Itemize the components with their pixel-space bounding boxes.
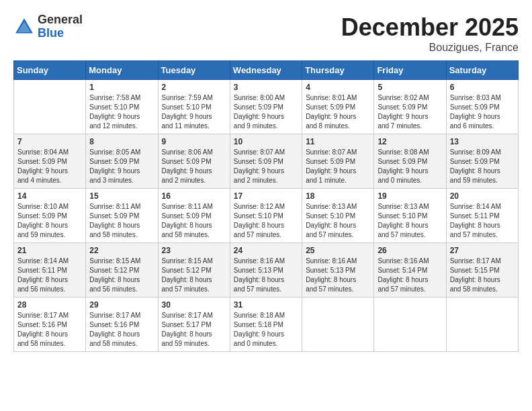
day-number: 30 [162,300,226,310]
header-cell-friday: Friday [374,61,446,80]
day-number: 5 [378,83,442,92]
day-cell: 12Sunrise: 8:08 AM Sunset: 5:09 PM Dayli… [374,134,446,189]
day-cell: 21Sunrise: 8:14 AM Sunset: 5:11 PM Dayli… [14,243,86,298]
day-info: Sunrise: 8:17 AM Sunset: 5:17 PM Dayligh… [162,311,226,349]
day-number: 11 [306,137,370,146]
day-cell: 17Sunrise: 8:12 AM Sunset: 5:10 PM Dayli… [230,189,302,243]
day-number: 21 [17,246,82,255]
day-cell: 22Sunrise: 8:15 AM Sunset: 5:12 PM Dayli… [86,243,158,298]
day-cell: 13Sunrise: 8:09 AM Sunset: 5:09 PM Dayli… [446,134,518,189]
day-number: 1 [89,83,154,92]
day-number: 8 [89,137,154,146]
day-info: Sunrise: 8:05 AM Sunset: 5:09 PM Dayligh… [89,148,154,185]
day-cell: 15Sunrise: 8:11 AM Sunset: 5:09 PM Dayli… [86,189,158,243]
day-cell: 10Sunrise: 8:07 AM Sunset: 5:09 PM Dayli… [230,134,302,189]
day-info: Sunrise: 8:01 AM Sunset: 5:09 PM Dayligh… [306,93,370,131]
day-number: 27 [450,246,515,255]
day-info: Sunrise: 8:16 AM Sunset: 5:13 PM Dayligh… [234,257,298,294]
day-info: Sunrise: 8:10 AM Sunset: 5:09 PM Dayligh… [17,202,82,240]
day-cell: 2Sunrise: 7:59 AM Sunset: 5:10 PM Daylig… [158,80,230,134]
day-cell: 18Sunrise: 8:13 AM Sunset: 5:10 PM Dayli… [302,189,374,243]
day-cell: 14Sunrise: 8:10 AM Sunset: 5:09 PM Dayli… [14,189,86,243]
day-cell: 7Sunrise: 8:04 AM Sunset: 5:09 PM Daylig… [14,134,86,189]
day-info: Sunrise: 8:00 AM Sunset: 5:09 PM Dayligh… [234,93,298,131]
day-info: Sunrise: 8:14 AM Sunset: 5:11 PM Dayligh… [450,202,515,240]
week-row-3: 14Sunrise: 8:10 AM Sunset: 5:09 PM Dayli… [14,189,519,243]
header-cell-tuesday: Tuesday [158,61,230,80]
day-info: Sunrise: 8:07 AM Sunset: 5:09 PM Dayligh… [306,148,370,185]
day-cell: 28Sunrise: 8:17 AM Sunset: 5:16 PM Dayli… [14,298,86,352]
logo-general: General [38,13,83,27]
day-info: Sunrise: 8:04 AM Sunset: 5:09 PM Dayligh… [17,148,82,185]
day-number: 17 [234,191,298,201]
header-row: SundayMondayTuesdayWednesdayThursdayFrid… [14,61,519,80]
day-cell: 20Sunrise: 8:14 AM Sunset: 5:11 PM Dayli… [446,189,518,243]
day-number: 4 [306,83,370,92]
header-cell-wednesday: Wednesday [230,61,302,80]
day-info: Sunrise: 8:12 AM Sunset: 5:10 PM Dayligh… [234,202,298,240]
header-cell-monday: Monday [86,61,158,80]
day-cell: 5Sunrise: 8:02 AM Sunset: 5:09 PM Daylig… [374,80,446,134]
day-cell: 25Sunrise: 8:16 AM Sunset: 5:13 PM Dayli… [302,243,374,298]
day-number: 12 [378,137,442,146]
day-cell: 29Sunrise: 8:17 AM Sunset: 5:16 PM Dayli… [86,298,158,352]
day-cell: 30Sunrise: 8:17 AM Sunset: 5:17 PM Dayli… [158,298,230,352]
day-info: Sunrise: 8:13 AM Sunset: 5:10 PM Dayligh… [378,202,442,240]
day-cell: 24Sunrise: 8:16 AM Sunset: 5:13 PM Dayli… [230,243,302,298]
day-number: 24 [234,246,298,255]
day-cell: 11Sunrise: 8:07 AM Sunset: 5:09 PM Dayli… [302,134,374,189]
day-number: 23 [162,246,226,255]
day-info: Sunrise: 8:02 AM Sunset: 5:09 PM Dayligh… [378,93,442,131]
day-cell: 16Sunrise: 8:11 AM Sunset: 5:09 PM Dayli… [158,189,230,243]
location-title: Bouzigues, France [341,42,519,54]
day-number: 14 [17,191,82,201]
day-info: Sunrise: 8:18 AM Sunset: 5:18 PM Dayligh… [234,311,298,349]
month-title: December 2025 [341,13,519,42]
day-info: Sunrise: 8:14 AM Sunset: 5:11 PM Dayligh… [17,257,82,294]
logo: General Blue [13,13,83,40]
day-number: 16 [162,191,226,201]
day-info: Sunrise: 8:17 AM Sunset: 5:15 PM Dayligh… [450,257,515,294]
day-info: Sunrise: 8:07 AM Sunset: 5:09 PM Dayligh… [234,148,298,185]
day-info: Sunrise: 8:06 AM Sunset: 5:09 PM Dayligh… [162,148,226,185]
header-cell-saturday: Saturday [446,61,518,80]
day-number: 20 [450,191,515,201]
day-info: Sunrise: 7:59 AM Sunset: 5:10 PM Dayligh… [162,93,226,131]
day-number: 3 [234,83,298,92]
day-cell: 1Sunrise: 7:58 AM Sunset: 5:10 PM Daylig… [86,80,158,134]
week-row-5: 28Sunrise: 8:17 AM Sunset: 5:16 PM Dayli… [14,298,519,352]
day-cell: 31Sunrise: 8:18 AM Sunset: 5:18 PM Dayli… [230,298,302,352]
day-info: Sunrise: 8:15 AM Sunset: 5:12 PM Dayligh… [162,257,226,294]
day-number: 13 [450,137,515,146]
day-info: Sunrise: 8:08 AM Sunset: 5:09 PM Dayligh… [378,148,442,185]
day-info: Sunrise: 8:03 AM Sunset: 5:09 PM Dayligh… [450,93,515,131]
day-info: Sunrise: 8:16 AM Sunset: 5:13 PM Dayligh… [306,257,370,294]
day-cell [302,298,374,352]
week-row-2: 7Sunrise: 8:04 AM Sunset: 5:09 PM Daylig… [14,134,519,189]
day-number: 18 [306,191,370,201]
day-info: Sunrise: 8:09 AM Sunset: 5:09 PM Dayligh… [450,148,515,185]
week-row-4: 21Sunrise: 8:14 AM Sunset: 5:11 PM Dayli… [14,243,519,298]
day-number: 28 [17,300,82,310]
day-cell: 9Sunrise: 8:06 AM Sunset: 5:09 PM Daylig… [158,134,230,189]
day-cell: 26Sunrise: 8:16 AM Sunset: 5:14 PM Dayli… [374,243,446,298]
day-info: Sunrise: 8:17 AM Sunset: 5:16 PM Dayligh… [89,311,154,349]
day-cell: 3Sunrise: 8:00 AM Sunset: 5:09 PM Daylig… [230,80,302,134]
day-info: Sunrise: 8:11 AM Sunset: 5:09 PM Dayligh… [162,202,226,240]
day-cell: 8Sunrise: 8:05 AM Sunset: 5:09 PM Daylig… [86,134,158,189]
logo-text: General Blue [38,13,83,40]
day-cell [446,298,518,352]
day-cell: 6Sunrise: 8:03 AM Sunset: 5:09 PM Daylig… [446,80,518,134]
day-number: 2 [162,83,226,92]
logo-icon [13,16,35,38]
day-cell [14,80,86,134]
title-section: December 2025 Bouzigues, France [341,13,519,54]
day-info: Sunrise: 8:11 AM Sunset: 5:09 PM Dayligh… [89,202,154,240]
day-number: 29 [89,300,154,310]
calendar-table: SundayMondayTuesdayWednesdayThursdayFrid… [13,60,519,352]
day-info: Sunrise: 8:15 AM Sunset: 5:12 PM Dayligh… [89,257,154,294]
day-info: Sunrise: 8:17 AM Sunset: 5:16 PM Dayligh… [17,311,82,349]
day-number: 31 [234,300,298,310]
logo-blue: Blue [38,27,83,40]
day-number: 7 [17,137,82,146]
